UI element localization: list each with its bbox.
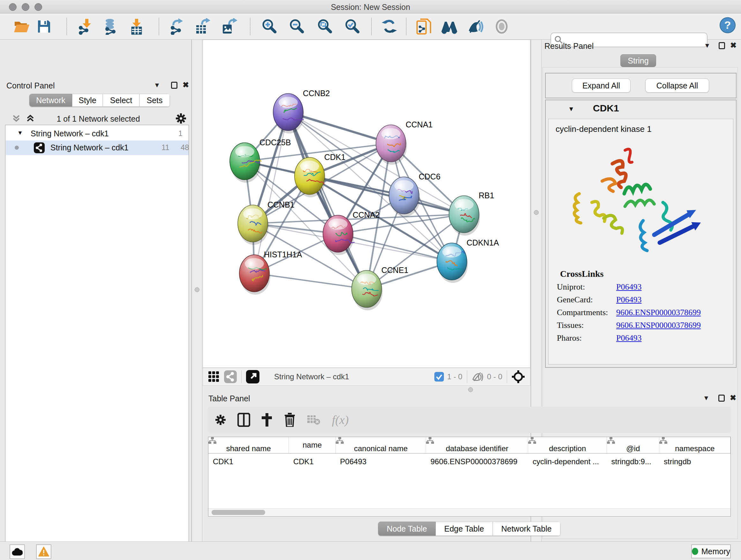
table-cell[interactable]: cyclin-dependent ... (528, 453, 607, 469)
horizontal-splitter-handle[interactable] (468, 387, 473, 392)
column-header-name[interactable]: name (289, 437, 336, 453)
warning-status-button[interactable] (36, 544, 51, 559)
tab-edge-table[interactable]: Edge Table (435, 522, 493, 536)
collection-expander-icon[interactable]: ▼ (17, 130, 23, 136)
table-options-gear-icon[interactable] (214, 414, 226, 426)
table-cell[interactable]: CDK1 (208, 453, 289, 469)
column-header--id[interactable]: @id (607, 437, 659, 453)
crosslink-value-link[interactable]: 9606.ENSP00000378699 (616, 308, 701, 317)
tab-select[interactable]: Select (103, 94, 139, 107)
birdseye-crosshair-icon[interactable] (512, 370, 525, 383)
tab-sets[interactable]: Sets (139, 94, 170, 107)
open-session-icon[interactable] (13, 17, 30, 36)
collapse-all-button[interactable]: Collapse All (645, 78, 709, 92)
save-session-icon[interactable] (35, 17, 53, 36)
network-node[interactable]: HIST1H1A (239, 250, 302, 295)
column-header-canonical-name[interactable]: canonical name (336, 437, 426, 453)
crosslink-value-link[interactable]: 9606.ENSP00000378699 (616, 320, 701, 330)
tab-network-table[interactable]: Network Table (493, 522, 560, 536)
network-collection-row[interactable]: ▼ String Network – cdk1 1 (6, 128, 188, 140)
tab-network[interactable]: Network (29, 94, 72, 107)
column-header-shared-name[interactable]: shared name (208, 437, 289, 453)
network-canvas[interactable]: CCNB2CCNA1CDC25BCDK1CDC6RB1CCNB1CCNA2CDK… (203, 40, 530, 368)
selected-checkbox-icon[interactable] (434, 372, 444, 381)
table-cell[interactable]: CDK1 (289, 453, 336, 469)
table-hscrollbar[interactable] (208, 508, 731, 516)
network-options-gear-icon[interactable] (175, 112, 187, 125)
crosslink-value-link[interactable]: P06493 (616, 333, 642, 343)
import-table-file-icon[interactable] (128, 17, 145, 36)
network-edge[interactable] (254, 112, 288, 273)
control-panel-float-icon[interactable] (171, 82, 178, 89)
import-network-database-icon[interactable] (102, 17, 119, 36)
network-node[interactable]: CCNB2 (273, 89, 330, 133)
zoom-fit-icon[interactable] (316, 17, 334, 36)
crosslink-value-link[interactable]: P06493 (616, 282, 642, 292)
import-network-file-icon[interactable] (76, 17, 94, 36)
collapse-all-networks-icon[interactable] (11, 114, 21, 123)
table-cell[interactable]: stringdb (659, 453, 731, 469)
network-edge[interactable] (310, 176, 464, 214)
network-edge[interactable] (288, 112, 367, 289)
zoom-in-icon[interactable] (260, 17, 278, 36)
network-node[interactable]: CDC6 (389, 172, 441, 217)
window-title: Session: New Session (0, 3, 741, 12)
help-icon[interactable]: ? (719, 16, 737, 35)
expand-all-networks-icon[interactable] (25, 114, 35, 123)
network-node[interactable]: CDC25B (230, 138, 291, 183)
network-row-selected[interactable]: String Network – cdk1 11 48 (6, 140, 189, 155)
results-panel-close-icon[interactable]: ✖ (730, 41, 737, 50)
zoom-out-icon[interactable] (288, 17, 306, 36)
results-panel-float-icon[interactable] (719, 42, 725, 49)
table-cell[interactable]: P06493 (336, 453, 426, 469)
column-header-namespace[interactable]: namespace (659, 437, 731, 453)
export-table-icon[interactable] (194, 17, 212, 36)
table-cell[interactable]: 9606.ENSP00000378699 (426, 453, 528, 469)
network-node[interactable]: CCNE1 (352, 266, 408, 310)
crosslink-value-link[interactable]: P06493 (616, 295, 642, 305)
network-node[interactable]: CDK1 (294, 152, 346, 197)
network-snapshot-icon[interactable] (415, 17, 433, 36)
add-column-icon[interactable] (261, 413, 273, 427)
control-panel-close-icon[interactable]: ✖ (183, 80, 189, 89)
delete-column-trash-icon[interactable] (284, 413, 295, 427)
memory-button[interactable]: Memory (691, 544, 731, 558)
grid-view-icon[interactable] (208, 371, 219, 382)
table-panel-close-icon[interactable]: ✖ (730, 393, 736, 402)
table-panel-float-icon[interactable] (718, 395, 725, 401)
horizontal-splitter[interactable] (203, 386, 530, 394)
table-panel-menu-icon[interactable]: ▾ (704, 393, 708, 402)
cloud-status-button[interactable] (10, 544, 25, 559)
column-header-database-identifier[interactable]: database identifier (426, 437, 528, 453)
network-edge[interactable] (254, 273, 367, 289)
table-hscrollbar-thumb[interactable] (212, 510, 265, 515)
table-cell[interactable]: stringdb:9... (607, 453, 659, 469)
show-columns-icon[interactable] (238, 413, 250, 427)
network-view-type-icon[interactable] (224, 370, 237, 383)
export-image-icon[interactable] (220, 17, 238, 36)
control-panel-menu-icon[interactable]: ▾ (155, 80, 159, 89)
apply-layout-icon[interactable] (381, 17, 398, 36)
network-node[interactable]: RB1 (449, 191, 494, 236)
detach-view-icon[interactable] (246, 370, 259, 383)
network-node-label: CDKN1A (467, 238, 499, 247)
expand-all-button[interactable]: Expand All (572, 78, 630, 92)
tab-string[interactable]: String (620, 54, 656, 67)
tab-node-table[interactable]: Node Table (378, 522, 435, 536)
network-node[interactable]: CDKN1A (437, 238, 499, 283)
right-splitter-handle[interactable] (534, 210, 539, 215)
gene-expander-icon[interactable]: ▼ (568, 105, 575, 113)
left-splitter-handle[interactable] (195, 287, 199, 292)
export-network-icon[interactable] (168, 17, 186, 36)
left-splitter[interactable] (192, 40, 202, 542)
column-header-description[interactable]: description (528, 437, 607, 453)
status-bar: Memory (0, 542, 741, 560)
tab-style[interactable]: Style (72, 94, 103, 107)
zoom-selected-icon[interactable] (343, 17, 361, 36)
table-row[interactable]: CDK1CDK1P064939606.ENSP00000378699cyclin… (208, 453, 731, 469)
find-binoculars-icon[interactable] (441, 17, 458, 36)
hide-selected-eye-icon[interactable] (467, 17, 484, 36)
network-node[interactable]: CCNA2 (323, 210, 380, 255)
results-panel-menu-icon[interactable]: ▾ (705, 41, 709, 50)
network-node[interactable]: CCNA1 (376, 120, 433, 165)
